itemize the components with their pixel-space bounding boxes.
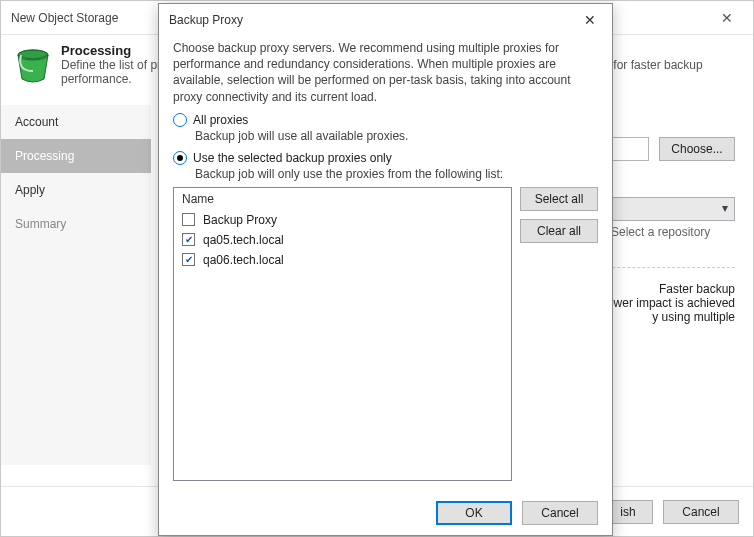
dialog-footer: OK Cancel — [159, 491, 612, 535]
checkbox-icon[interactable]: ✔ — [182, 253, 195, 266]
list-item-label: Backup Proxy — [203, 213, 277, 227]
proxy-list-area: Name Backup Proxy ✔ qa05.tech.local ✔ qa… — [173, 187, 598, 481]
list-item[interactable]: Backup Proxy — [174, 210, 511, 230]
list-item-label: qa06.tech.local — [203, 253, 284, 267]
select-all-button[interactable]: Select all — [520, 187, 598, 211]
sidebar-item-label: Account — [15, 115, 58, 129]
list-header: Name — [174, 188, 511, 210]
radio-icon — [173, 151, 187, 165]
sidebar-item-apply[interactable]: Apply — [1, 173, 151, 207]
sidebar-item-label: Apply — [15, 183, 45, 197]
choose-button[interactable]: Choose... — [659, 137, 735, 161]
wizard-window: New Object Storage ✕ Processing Define t… — [0, 0, 754, 537]
sidebar-item-account[interactable]: Account — [1, 105, 151, 139]
ok-button[interactable]: OK — [436, 501, 512, 525]
close-icon[interactable]: ✕ — [711, 10, 743, 26]
sidebar-item-label: Summary — [15, 217, 66, 231]
sidebar-item-label: Processing — [15, 149, 74, 163]
list-item-label: qa05.tech.local — [203, 233, 284, 247]
radio-all-proxies[interactable]: All proxies — [173, 113, 598, 127]
proxy-listbox[interactable]: Name Backup Proxy ✔ qa05.tech.local ✔ qa… — [173, 187, 512, 481]
radio-icon — [173, 113, 187, 127]
list-item[interactable]: ✔ qa05.tech.local — [174, 230, 511, 250]
dialog-title: Backup Proxy — [169, 13, 243, 27]
wizard-sidebar: Account Processing Apply Summary — [1, 105, 151, 465]
dialog-desc: Choose backup proxy servers. We recommen… — [173, 40, 598, 105]
radio-all-sub: Backup job will use all available proxie… — [195, 129, 598, 143]
cancel-button[interactable]: Cancel — [663, 500, 739, 524]
clear-all-button[interactable]: Clear all — [520, 219, 598, 243]
sidebar-item-summary[interactable]: Summary — [1, 207, 151, 241]
radio-selected-proxies[interactable]: Use the selected backup proxies only — [173, 151, 598, 165]
checkbox-icon[interactable] — [182, 213, 195, 226]
dialog-titlebar: Backup Proxy ✕ — [159, 4, 612, 36]
wizard-title: New Object Storage — [11, 11, 118, 25]
checkbox-icon[interactable]: ✔ — [182, 233, 195, 246]
bucket-icon — [13, 45, 53, 85]
list-buttons: Select all Clear all — [520, 187, 598, 481]
close-icon[interactable]: ✕ — [578, 12, 602, 28]
radio-label: Use the selected backup proxies only — [193, 151, 392, 165]
dialog-body: Choose backup proxy servers. We recommen… — [159, 36, 612, 491]
backup-proxy-dialog: Backup Proxy ✕ Choose backup proxy serve… — [158, 3, 613, 536]
radio-selected-sub: Backup job will only use the proxies fro… — [195, 167, 598, 181]
radio-label: All proxies — [193, 113, 248, 127]
cancel-button[interactable]: Cancel — [522, 501, 598, 525]
sidebar-item-processing[interactable]: Processing — [1, 139, 151, 173]
list-item[interactable]: ✔ qa06.tech.local — [174, 250, 511, 270]
